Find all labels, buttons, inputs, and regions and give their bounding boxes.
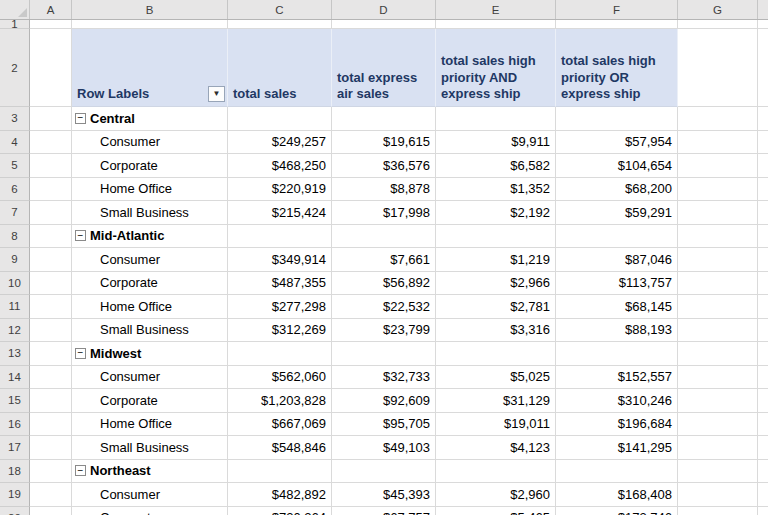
- column-header-B[interactable]: B: [72, 0, 228, 19]
- value-cell[interactable]: $196,684: [556, 413, 678, 437]
- column-header-C[interactable]: C: [228, 0, 332, 19]
- empty-cell[interactable]: [758, 29, 768, 107]
- row-number-16[interactable]: 16: [0, 413, 30, 437]
- group-label-cell[interactable]: −Central: [72, 107, 228, 131]
- empty-cell[interactable]: [758, 131, 768, 155]
- value-column-header[interactable]: total sales highpriority ORexpress ship: [556, 29, 678, 107]
- empty-cell[interactable]: [30, 507, 72, 515]
- empty-cell[interactable]: [556, 342, 678, 366]
- empty-cell[interactable]: [332, 107, 436, 131]
- empty-cell[interactable]: [436, 342, 556, 366]
- value-cell[interactable]: $45,393: [332, 483, 436, 507]
- value-cell[interactable]: $5,025: [436, 366, 556, 390]
- empty-cell[interactable]: [30, 295, 72, 319]
- value-cell[interactable]: $487,355: [228, 272, 332, 296]
- empty-cell[interactable]: [758, 107, 768, 131]
- empty-cell[interactable]: [30, 248, 72, 272]
- column-header-A[interactable]: A: [30, 0, 72, 19]
- value-cell[interactable]: $5,465: [436, 507, 556, 515]
- value-cell[interactable]: $87,046: [556, 248, 678, 272]
- value-cell[interactable]: $8,878: [332, 178, 436, 202]
- value-cell[interactable]: $173,746: [556, 507, 678, 515]
- empty-cell[interactable]: [30, 20, 72, 29]
- empty-cell[interactable]: [556, 460, 678, 484]
- empty-cell[interactable]: [678, 319, 758, 343]
- empty-cell[interactable]: [758, 248, 768, 272]
- empty-cell[interactable]: [436, 225, 556, 249]
- value-cell[interactable]: $56,892: [332, 272, 436, 296]
- item-label-cell[interactable]: Consumer: [72, 131, 228, 155]
- column-header-D[interactable]: D: [332, 0, 436, 19]
- empty-cell[interactable]: [332, 225, 436, 249]
- empty-cell[interactable]: [758, 483, 768, 507]
- row-number-18[interactable]: 18: [0, 460, 30, 484]
- value-cell[interactable]: $349,914: [228, 248, 332, 272]
- column-header-F[interactable]: F: [556, 0, 678, 19]
- value-cell[interactable]: $667,069: [228, 413, 332, 437]
- empty-cell[interactable]: [678, 201, 758, 225]
- row-number-13[interactable]: 13: [0, 342, 30, 366]
- row-number-12[interactable]: 12: [0, 319, 30, 343]
- row-number-7[interactable]: 7: [0, 201, 30, 225]
- row-number-3[interactable]: 3: [0, 107, 30, 131]
- value-cell[interactable]: $562,060: [228, 366, 332, 390]
- empty-cell[interactable]: [678, 413, 758, 437]
- column-header-G[interactable]: G: [678, 0, 758, 19]
- value-cell[interactable]: $310,246: [556, 389, 678, 413]
- row-number-9[interactable]: 9: [0, 248, 30, 272]
- empty-cell[interactable]: [758, 460, 768, 484]
- value-cell[interactable]: $152,557: [556, 366, 678, 390]
- column-header-partial[interactable]: [758, 0, 768, 19]
- item-label-cell[interactable]: Small Business: [72, 319, 228, 343]
- value-cell[interactable]: $9,911: [436, 131, 556, 155]
- empty-cell[interactable]: [678, 272, 758, 296]
- value-column-header[interactable]: total sales: [228, 29, 332, 107]
- empty-cell[interactable]: [678, 154, 758, 178]
- empty-cell[interactable]: [758, 507, 768, 515]
- row-number-5[interactable]: 5: [0, 154, 30, 178]
- empty-cell[interactable]: [678, 342, 758, 366]
- empty-cell[interactable]: [72, 20, 228, 29]
- empty-cell[interactable]: [30, 436, 72, 460]
- value-cell[interactable]: $23,799: [332, 319, 436, 343]
- value-cell[interactable]: $59,291: [556, 201, 678, 225]
- empty-cell[interactable]: [30, 413, 72, 437]
- row-number-10[interactable]: 10: [0, 272, 30, 296]
- empty-cell[interactable]: [30, 319, 72, 343]
- row-number-20[interactable]: 20: [0, 507, 30, 515]
- empty-cell[interactable]: [678, 107, 758, 131]
- empty-cell[interactable]: [758, 201, 768, 225]
- value-cell[interactable]: $720,264: [228, 507, 332, 515]
- value-cell[interactable]: $19,615: [332, 131, 436, 155]
- empty-cell[interactable]: [228, 342, 332, 366]
- value-cell[interactable]: $1,219: [436, 248, 556, 272]
- empty-cell[interactable]: [758, 178, 768, 202]
- value-cell[interactable]: $482,892: [228, 483, 332, 507]
- empty-cell[interactable]: [30, 366, 72, 390]
- group-label-cell[interactable]: −Mid-Atlantic: [72, 225, 228, 249]
- empty-cell[interactable]: [758, 154, 768, 178]
- item-label-cell[interactable]: Small Business: [72, 436, 228, 460]
- item-label-cell[interactable]: Home Office: [72, 178, 228, 202]
- row-labels-header-cell[interactable]: Row Labels▼: [72, 29, 228, 107]
- empty-cell[interactable]: [436, 460, 556, 484]
- empty-cell[interactable]: [678, 460, 758, 484]
- item-label-cell[interactable]: Consumer: [72, 366, 228, 390]
- row-number-8[interactable]: 8: [0, 225, 30, 249]
- value-cell[interactable]: $2,781: [436, 295, 556, 319]
- empty-cell[interactable]: [678, 20, 758, 29]
- empty-cell[interactable]: [228, 460, 332, 484]
- item-label-cell[interactable]: Consumer: [72, 248, 228, 272]
- value-cell[interactable]: $22,532: [332, 295, 436, 319]
- empty-cell[interactable]: [678, 131, 758, 155]
- value-cell[interactable]: $67,757: [332, 507, 436, 515]
- row-number-1[interactable]: 1: [0, 20, 30, 29]
- item-label-cell[interactable]: Home Office: [72, 413, 228, 437]
- value-cell[interactable]: $141,295: [556, 436, 678, 460]
- empty-cell[interactable]: [30, 107, 72, 131]
- empty-cell[interactable]: [556, 20, 678, 29]
- empty-cell[interactable]: [556, 225, 678, 249]
- group-label-cell[interactable]: −Midwest: [72, 342, 228, 366]
- value-cell[interactable]: $92,609: [332, 389, 436, 413]
- empty-cell[interactable]: [332, 342, 436, 366]
